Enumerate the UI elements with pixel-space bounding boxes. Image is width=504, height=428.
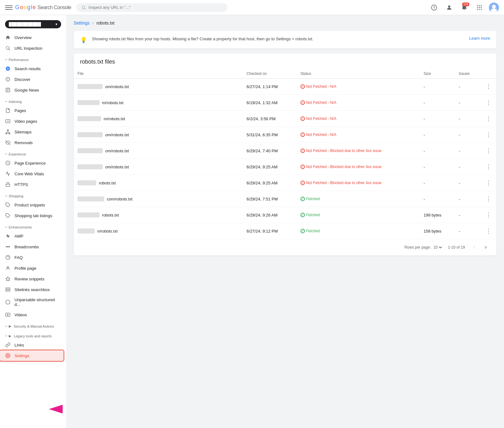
prev-page-button[interactable] [470, 243, 479, 252]
more-cell: ⋮ [481, 127, 496, 143]
svg-rect-44 [6, 288, 10, 289]
page-navigation [470, 243, 490, 252]
sidebar-item-search-results[interactable]: Search results [0, 63, 64, 74]
section-legacy[interactable]: ▶Legacy tools and reports [0, 330, 66, 340]
issues-cell: - [455, 143, 481, 159]
more-button[interactable]: ⋮ [484, 130, 493, 139]
table-row: om/robots.txt 6/27/24, 1:14 PM Not Fetch… [74, 79, 496, 95]
sidebar-item-sitemaps[interactable]: Sitemaps [0, 127, 64, 137]
section-security[interactable]: ▶Security & Manual Actions [0, 320, 66, 330]
more-button[interactable]: ⋮ [484, 82, 493, 91]
content-area: Settings › robots.txt 💡 Showing robots.t… [66, 15, 504, 428]
search-input[interactable] [89, 5, 222, 10]
notifications-button[interactable]: 175 [459, 2, 470, 13]
sidebar-item-unparsable[interactable]: Unparsable structured d... [0, 295, 64, 309]
sidebar-item-label: Core Web Vitals [14, 172, 44, 176]
cwv-icon [5, 171, 11, 177]
sidebar-item-product-snippets[interactable]: Product snippets [0, 200, 64, 210]
sidebar-item-faq[interactable]: FAQ [0, 252, 64, 263]
topbar-left: Google Search Console [5, 4, 71, 11]
pagination: Rows per page: 10 25 50 1-10 of 19 [74, 239, 496, 256]
file-suffix: robots.txt [99, 181, 116, 185]
status-cell: Not Fetched - N/A [297, 79, 420, 95]
more-button[interactable]: ⋮ [484, 210, 493, 220]
sidebar-item-review-snippets[interactable]: Review snippets [0, 273, 64, 284]
svg-text:?: ? [433, 6, 435, 9]
status-cell: Fetched [297, 207, 420, 223]
sidebar-item-overview[interactable]: Overview [0, 32, 64, 43]
account-button[interactable] [444, 2, 455, 13]
sidebar-item-videos[interactable]: Videos [0, 309, 64, 320]
property-dropdown[interactable]: ████████████ ▾ [5, 20, 61, 28]
next-page-button[interactable] [481, 243, 490, 252]
info-banner: 💡 Showing robots.txt files from your top… [74, 31, 496, 48]
pagination-info: 1-10 of 19 [448, 245, 465, 250]
sidebar-item-pages[interactable]: Pages [0, 105, 64, 116]
issues-cell: - [455, 111, 481, 127]
sidebar-item-page-experience[interactable]: Page Experience [0, 158, 64, 168]
breadcrumbs-icon [5, 244, 11, 250]
section-shopping[interactable]: Shopping [0, 190, 66, 200]
checked-on-cell: 6/19/24, 1:32 AM [243, 95, 297, 111]
status-cell: Not Fetched - N/A [297, 127, 420, 143]
menu-button[interactable] [5, 4, 13, 11]
sidebar-item-removals[interactable]: Removals [0, 137, 64, 148]
rows-per-page-dropdown[interactable]: 10 25 50 [432, 245, 443, 250]
status-error-icon [301, 84, 305, 89]
more-button[interactable]: ⋮ [484, 226, 493, 236]
apps-button[interactable] [474, 2, 485, 13]
sidebar-item-google-news[interactable]: Google News [0, 85, 64, 95]
file-suffix: om/robots.txt [105, 149, 129, 153]
sidebar-item-links[interactable]: Links [0, 340, 64, 350]
lock-icon [5, 182, 11, 187]
table-row: om/robots.txt 5/31/24, 6:35 PM Not Fetch… [74, 127, 496, 143]
sidebar-item-discover[interactable]: Discover [0, 74, 64, 85]
more-button[interactable]: ⋮ [484, 178, 493, 188]
breadcrumb-parent[interactable]: Settings [74, 20, 90, 25]
search-bar[interactable] [76, 3, 227, 12]
sidebar-item-breadcrumbs[interactable]: Breadcrumbs [0, 241, 64, 252]
status-text: Not Fetched - N/A [306, 132, 336, 137]
sidebar-item-profile-page[interactable]: Profile page [0, 263, 64, 273]
status-text: Not Fetched - Blocked due to other 4xx i… [306, 165, 381, 169]
sidebar-item-settings[interactable]: Settings [0, 350, 64, 361]
checked-on-cell: 6/29/24, 7:40 PM [243, 143, 297, 159]
sidebar-item-core-web-vitals[interactable]: Core Web Vitals [0, 168, 64, 179]
sidebar-item-url-inspection[interactable]: URL Inspection [0, 43, 64, 54]
issues-cell: - [455, 207, 481, 223]
svg-rect-26 [9, 133, 10, 134]
settings-icon [5, 353, 11, 358]
learn-more-link[interactable]: Learn more [469, 36, 490, 41]
property-selector[interactable]: ████████████ ▾ [0, 18, 66, 31]
svg-point-46 [6, 300, 10, 304]
help-button[interactable]: ? [428, 2, 440, 13]
more-button[interactable]: ⋮ [484, 162, 493, 172]
sidebar-item-sitelinks-searchbox[interactable]: Sitelinks searchbox [0, 284, 64, 295]
sidebar-item-shopping-tab[interactable]: Shopping tab listings [0, 210, 64, 221]
more-button[interactable]: ⋮ [484, 194, 493, 204]
avatar[interactable] [489, 3, 499, 13]
search-icon [81, 5, 86, 10]
issues-cell: - [455, 127, 481, 143]
more-button[interactable]: ⋮ [484, 146, 493, 155]
sidebar-item-label: Search results [14, 66, 41, 71]
more-button[interactable]: ⋮ [484, 98, 493, 107]
table-row: com/robots.txt 6/29/24, 7:51 PM Fetched … [74, 191, 496, 207]
section-indexing[interactable]: Indexing [0, 95, 66, 105]
bolt-icon [5, 233, 11, 239]
svg-point-12 [479, 9, 480, 10]
section-performance[interactable]: Performance [0, 54, 66, 63]
svg-rect-33 [6, 184, 10, 186]
svg-rect-50 [6, 313, 10, 317]
sidebar-item-https[interactable]: HTTPS [0, 179, 64, 190]
issues-cell: - [455, 95, 481, 111]
file-blur [77, 180, 96, 185]
sidebar-item-video-pages[interactable]: Video pages [0, 116, 64, 127]
more-button[interactable]: ⋮ [484, 114, 493, 123]
section-experience[interactable]: Experience [0, 148, 66, 158]
sidebar-item-amp[interactable]: AMP [0, 231, 64, 241]
file-blur [77, 84, 103, 89]
section-enhancements[interactable]: Enhancements [0, 221, 66, 231]
rows-per-page-selector[interactable]: Rows per page: 10 25 50 [404, 245, 443, 250]
svg-marker-51 [8, 314, 9, 315]
